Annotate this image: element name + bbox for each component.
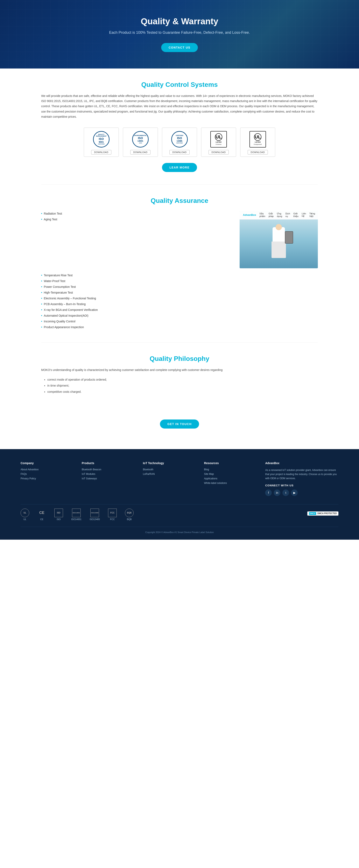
list-item: Incoming Quality Control — [41, 318, 318, 324]
nav-item-3[interactable]: Ứng dụng — [277, 212, 282, 218]
footer-resources-title: Resources — [204, 462, 253, 465]
nav-logo: AdvanBox — [243, 213, 256, 216]
footer-resources: Resources Blog Site Map Applications Whi… — [204, 462, 253, 496]
hero-section: Quality & Warranty Each Product is 100% … — [0, 0, 359, 68]
nav-item-2[interactable]: Giải pháp — [269, 212, 274, 217]
footer-advanbox-col: AdvanBox As a renowned IoT solution prov… — [265, 462, 338, 496]
cert-card-ul1: UL LISTED E-Series DOWNLOAD — [201, 128, 236, 157]
nav-item-5[interactable]: Giới thiệu — [293, 212, 298, 218]
cert-badge-ul1: UL LISTED E-Series — [208, 131, 229, 148]
iso-cert-icon: ISO — [54, 508, 63, 517]
iso13485-badge: CERTIFIED ISO 13485 CERTIFIED — [171, 131, 188, 148]
nav-item-6[interactable]: Liên hệ — [302, 212, 306, 217]
footer-company-title: Company — [21, 462, 69, 465]
download-ul2-button[interactable]: DOWNLOAD — [248, 150, 268, 155]
footer-cert-iso14001-label: ISO14001 — [71, 518, 82, 521]
footer-faqs[interactable]: FAQs — [21, 472, 69, 475]
quality-control-title: Quality Control Systems — [41, 81, 318, 89]
footer-privacy[interactable]: Privacy Policy — [21, 477, 69, 480]
footer-columns: Company About Advanbox FAQs Privacy Poli… — [21, 462, 338, 496]
footer-cert-fcc: FCC FCC — [108, 508, 117, 521]
cert-card-iso13485: CERTIFIED ISO 13485 CERTIFIED DOWNLOAD — [162, 128, 197, 157]
qa-image: AdvanBox Sản phẩm Giải pháp Ứng dụng Dịc… — [240, 211, 318, 268]
list-item: High-Temperature Test — [41, 290, 318, 296]
footer-iot-tech: IoT Technology Bluetooth LoRa/RAN — [143, 462, 192, 496]
contact-us-button[interactable]: CONTACT US — [161, 43, 198, 52]
footer-white-label[interactable]: White-label solutions — [204, 482, 253, 485]
youtube-icon[interactable]: ▶ — [291, 490, 298, 496]
footer-bluetooth[interactable]: Bluetooth — [143, 468, 192, 471]
footer-about[interactable]: About Advanbox — [21, 468, 69, 471]
footer-iot-gateways[interactable]: IoT Gateways — [82, 477, 130, 480]
philosophy-list-item: correct mode of operation of products or… — [47, 377, 318, 383]
nav-item-1[interactable]: Sản phẩm — [259, 212, 265, 218]
iso13485-cert-icon: ISO13485 — [90, 508, 99, 517]
certification-row: QUALITY MANAGEMENT ISO 9001 CERTIFIED DO… — [41, 128, 318, 157]
cert-card-iso9001: QUALITY MANAGEMENT ISO 9001 CERTIFIED DO… — [84, 128, 119, 157]
footer-bluetooth-beacon[interactable]: Bluetooth Beacon — [82, 468, 130, 471]
dmca-text: DMCA PROTECTED — [318, 512, 337, 515]
list-item: PCB Assembly – Burn-In-Testing — [41, 301, 318, 307]
footer-cert-iso13485: ISO13485 ISO13485 — [90, 508, 100, 521]
download-ul1-button[interactable]: DOWNLOAD — [209, 150, 229, 155]
linkedin-icon[interactable]: in — [274, 490, 280, 496]
quality-philosophy-title: Quality Philosophy — [41, 355, 318, 363]
download-iso9001-button[interactable]: DOWNLOAD — [91, 150, 112, 155]
footer-blog[interactable]: Blog — [204, 468, 253, 471]
get-in-touch-button[interactable]: GET IN TOUCH — [160, 420, 199, 429]
footer-products-title: Products — [82, 462, 130, 465]
list-item: Power Consumption Test — [41, 284, 318, 290]
philosophy-list-item: competitive costs charged. — [47, 389, 318, 395]
list-item: Radiation Test — [41, 211, 227, 216]
quality-assurance-section: Quality Assurance Radiation Test Aging T… — [0, 185, 359, 342]
footer-cert-ul: UL UL — [21, 508, 29, 521]
list-item: X-ray for BGA and Component Verification — [41, 307, 318, 313]
social-icons: f in t ▶ — [265, 490, 338, 496]
fcc-cert-icon: FCC — [108, 508, 117, 517]
iso9001-badge: QUALITY MANAGEMENT ISO 9001 CERTIFIED — [93, 131, 110, 148]
quality-assurance-title: Quality Assurance — [41, 197, 318, 205]
footer-cert-ce: CE CE — [37, 508, 46, 521]
philosophy-list: correct mode of operation of products or… — [41, 377, 318, 395]
twitter-icon[interactable]: t — [282, 490, 289, 496]
footer-cert-logos: UL UL CE CE ISO ISO ISO14001 ISO14001 IS… — [21, 504, 338, 525]
footer-copyright: Copyright 2024 © AdvanBox #1 Smart Devic… — [21, 527, 338, 533]
quality-control-body: We will provide products that are safe, … — [41, 93, 318, 119]
ce-cert-icon: CE — [37, 508, 46, 517]
facebook-icon[interactable]: f — [265, 490, 272, 496]
footer-iot-modules[interactable]: IoT Modules — [82, 472, 130, 475]
qa-content: Radiation Test Aging Test AdvanBox Sản p… — [41, 211, 318, 268]
footer-cert-fcc-label: FCC — [110, 518, 115, 521]
ul2-badge: UL LISTED Component — [249, 131, 266, 148]
learn-more-button[interactable]: LEAR MORE — [162, 163, 197, 172]
quality-control-section: Quality Control Systems We will provide … — [0, 68, 359, 184]
connect-with-us-title: CONNECT WITH US — [265, 484, 338, 487]
footer-cert-iso: ISO ISO — [54, 508, 63, 521]
footer: Company About Advanbox FAQs Privacy Poli… — [0, 449, 359, 540]
nav-lang[interactable]: Tiếng Việt — [309, 212, 315, 218]
hero-subtitle: Each Product is 100% Tested to Guarantee… — [109, 30, 250, 35]
footer-cert-iso13485-label: ISO13485 — [90, 518, 100, 521]
ul1-badge: UL LISTED E-Series — [210, 131, 227, 148]
footer-advanbox-text: As a renowned IoT solution provider gian… — [265, 468, 338, 480]
footer-sitemap[interactable]: Site Map — [204, 472, 253, 475]
ul-cert-icon: UL — [21, 508, 29, 517]
quality-philosophy-intro: MOKO's understanding of quality is chara… — [41, 367, 318, 373]
footer-lorawan[interactable]: LoRa/RAN — [143, 472, 192, 475]
download-iso14001-button[interactable]: DOWNLOAD — [130, 150, 151, 155]
quality-philosophy-section: Quality Philosophy MOKO's understanding … — [0, 343, 359, 407]
footer-applications[interactable]: Applications — [204, 477, 253, 480]
bqb-cert-icon: BQB — [125, 508, 133, 517]
download-iso13485-button[interactable]: DOWNLOAD — [170, 150, 190, 155]
list-item: Aging Test — [41, 216, 227, 222]
cert-card-ul2: UL LISTED Component DOWNLOAD — [240, 128, 275, 157]
qa-list-continued: Temperature Rise Test Water-Proof Test P… — [41, 272, 318, 330]
nav-item-4[interactable]: Dịch vụ — [286, 212, 290, 218]
footer-cert-ul-label: UL — [24, 518, 26, 521]
cert-badge-iso13485: CERTIFIED ISO 13485 CERTIFIED — [169, 131, 190, 148]
footer-products: Products Bluetooth Beacon IoT Modules Io… — [82, 462, 130, 496]
footer-cert-ce-label: CE — [40, 518, 43, 521]
qa-list: Radiation Test Aging Test — [41, 211, 227, 222]
dmca-badge[interactable]: DMCA DMCA PROTECTED — [307, 512, 338, 516]
list-item: Product Appearance Inspection — [41, 324, 318, 330]
